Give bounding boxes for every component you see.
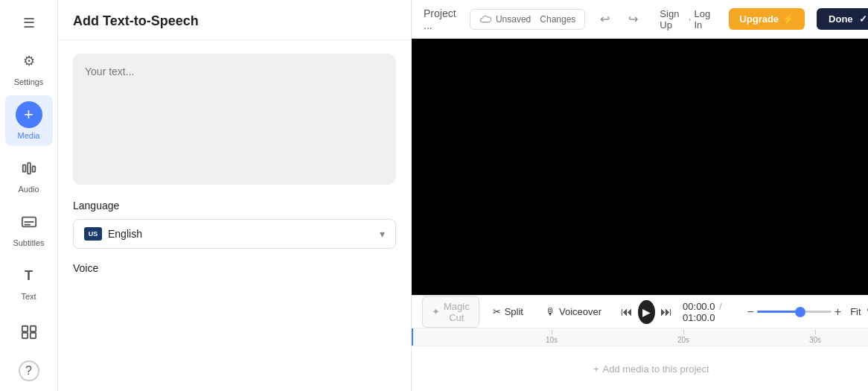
svg-rect-8 [22, 333, 27, 338]
help-icon: ? [19, 360, 39, 381]
top-bar: Project ... Unsaved Changes ↩ ↪ Sign Up … [412, 0, 868, 39]
ruler-tick-20s: 20s [677, 330, 689, 344]
audio-icon [16, 155, 42, 182]
zoom-slider-container [757, 311, 832, 313]
redo-button[interactable]: ↪ [621, 7, 645, 31]
sidebar-item-subtitles[interactable]: Subtitles [5, 203, 53, 253]
tts-text-input[interactable] [85, 66, 384, 170]
svg-rect-0 [22, 165, 25, 171]
voiceover-icon: 🎙 [546, 306, 555, 317]
language-value: English [108, 228, 142, 240]
undo-button[interactable]: ↩ [593, 7, 616, 31]
sidebar-item-media[interactable]: + Media [5, 95, 53, 146]
skip-forward-button[interactable]: ⏭ [660, 302, 674, 322]
upgrade-bolt-icon: ⚡ [782, 13, 794, 25]
magic-cut-label: Magic Cut [444, 301, 470, 323]
language-select-inner: US English [84, 227, 142, 241]
upgrade-label: Upgrade [739, 13, 779, 25]
zoom-in-button[interactable]: + [835, 305, 841, 319]
fit-button[interactable]: Fit [847, 306, 864, 317]
zoom-slider[interactable] [757, 311, 832, 313]
ruler-tick-10s: 10s [546, 330, 558, 344]
sidebar-label-text: Text [21, 292, 36, 301]
language-select[interactable]: US English ▾ [73, 219, 396, 249]
right-area: Project ... Unsaved Changes ↩ ↪ Sign Up … [412, 0, 868, 391]
svg-rect-9 [30, 333, 35, 338]
timeline-toolbar: ✦ Magic Cut ✂ Split 🎙 Voiceover ⏮ ▶ ⏭ 00… [412, 296, 868, 328]
media-icon: + [16, 101, 42, 128]
auth-separator: · [689, 13, 692, 25]
split-label: Split [505, 306, 523, 317]
panel-content: Language US English ▾ Voice [58, 40, 411, 391]
split-icon: ✂ [493, 306, 501, 317]
video-preview [412, 39, 868, 295]
zoom-controls: − + Fit [747, 303, 868, 320]
zoom-out-button[interactable]: − [747, 305, 753, 319]
sidebar-item-settings[interactable]: ⚙ Settings [5, 42, 53, 92]
sidebar-item-audio[interactable]: Audio [5, 149, 53, 200]
sidebar-item-text[interactable]: T Text [5, 256, 53, 307]
changes-label: Changes [540, 14, 575, 25]
add-media-label: Add media to this project [603, 363, 709, 375]
sidebar: ☰ ⚙ Settings + Media Audio Subtitles T T… [0, 0, 58, 391]
settings-icon: ⚙ [16, 48, 42, 74]
menu-icon[interactable]: ☰ [16, 7, 42, 39]
unsaved-label: Unsaved [496, 14, 531, 25]
done-chevron-icon: ✓ [859, 13, 867, 25]
text-icon: T [16, 262, 42, 289]
extra-icon [16, 319, 42, 346]
skip-back-button[interactable]: ⏮ [619, 302, 634, 322]
cloud-icon [479, 13, 491, 25]
timeline-tracks: + Add media to this project [412, 346, 868, 391]
chevron-down-icon: ▾ [380, 228, 385, 240]
sidebar-item-help[interactable]: ? [5, 355, 53, 387]
voiceover-label: Voiceover [559, 306, 601, 317]
language-flag: US [84, 227, 102, 241]
svg-rect-6 [22, 326, 27, 331]
timeline-ruler: 10s 20s 30s 40s 50s 1m [412, 328, 868, 346]
playhead [412, 328, 413, 346]
sidebar-label-media: Media [18, 131, 40, 140]
done-button[interactable]: Done ✓ [817, 8, 868, 30]
subtitles-icon [16, 209, 42, 235]
undo-redo-controls: ↩ ↪ [593, 7, 645, 31]
svg-rect-2 [32, 166, 35, 171]
play-button[interactable]: ▶ [638, 300, 654, 324]
sign-up-link[interactable]: Sign Up [660, 8, 685, 31]
sidebar-label-subtitles: Subtitles [13, 238, 44, 247]
unsaved-badge: Unsaved Changes [470, 9, 585, 30]
panel-header: Add Text-to-Speech [58, 0, 411, 40]
split-button[interactable]: ✂ Split [484, 302, 532, 321]
upgrade-button[interactable]: Upgrade ⚡ [729, 8, 805, 30]
log-in-link[interactable]: Log In [694, 8, 714, 31]
panel-title: Add Text-to-Speech [73, 13, 199, 28]
voiceover-button[interactable]: 🎙 Voiceover [537, 302, 610, 321]
time-display: 00:00.0 / 01:00.0 [683, 301, 735, 323]
ruler-tick-30s: 30s [809, 330, 821, 344]
sidebar-label-audio: Audio [18, 185, 39, 194]
magic-cut-button: ✦ Magic Cut [422, 296, 479, 328]
time-separator: / [719, 301, 722, 312]
svg-rect-7 [30, 326, 35, 331]
language-label: Language [73, 200, 396, 212]
current-time: 00:00.0 [683, 301, 715, 312]
timeline: ✦ Magic Cut ✂ Split 🎙 Voiceover ⏮ ▶ ⏭ 00… [412, 295, 868, 391]
sidebar-label-settings: Settings [14, 77, 44, 86]
magic-cut-icon: ✦ [432, 306, 440, 317]
playback-controls: ⏮ ▶ ⏭ 00:00.0 / 01:00.0 [619, 300, 735, 324]
text-area-container [73, 54, 396, 185]
total-time: 01:00.0 [683, 312, 715, 323]
timeline-empty-state[interactable]: + Add media to this project [412, 346, 868, 391]
voice-label: Voice [73, 262, 396, 274]
auth-links: Sign Up · Log In [660, 8, 714, 31]
project-name: Project ... [424, 7, 458, 31]
done-label: Done [829, 13, 853, 25]
svg-rect-1 [28, 163, 31, 174]
add-media-icon: + [593, 363, 599, 375]
sidebar-item-extra[interactable] [5, 313, 53, 352]
main-panel: Add Text-to-Speech Language US English ▾… [58, 0, 412, 391]
